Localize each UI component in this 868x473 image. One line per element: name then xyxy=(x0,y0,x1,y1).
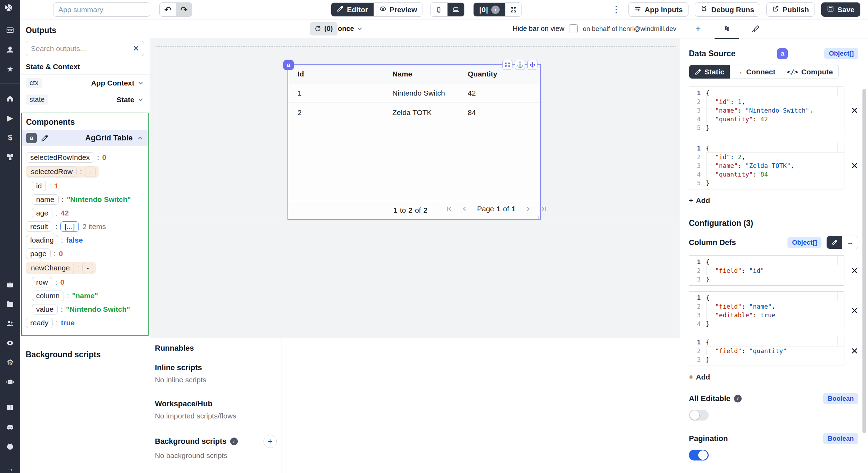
groups-users-icon[interactable] xyxy=(6,319,15,328)
json-editor[interactable]: 1{ 2"id": 2, 3"name": "Zelda TOTK", 4"qu… xyxy=(689,142,844,189)
column-header[interactable]: Id xyxy=(288,70,392,78)
save-button[interactable]: Save xyxy=(821,2,860,17)
background-scripts-empty: No background scripts xyxy=(155,451,277,460)
remove-item-button[interactable]: ✕ xyxy=(851,346,858,356)
column-header[interactable]: Name xyxy=(392,70,468,78)
collapse-arrow-icon[interactable]: → xyxy=(6,464,15,473)
widget-expand-button[interactable] xyxy=(502,60,512,70)
hide-bar-checkbox[interactable] xyxy=(569,24,578,33)
data-source-title: Data Source xyxy=(689,49,735,58)
clear-search-icon[interactable]: ✕ xyxy=(133,44,139,53)
all-editable-toggle[interactable] xyxy=(689,410,709,421)
json-editor[interactable]: 1{ 2"field": "name", 3"editable": true 4… xyxy=(689,291,844,330)
widget-id-badge: a xyxy=(283,60,294,70)
add-data-item-button[interactable]: +Add xyxy=(689,196,710,205)
widget-anchor-button[interactable]: ⚓ xyxy=(515,60,525,70)
component-header-agggrid[interactable]: a AgGrid Table xyxy=(22,130,148,146)
previous-page-button[interactable] xyxy=(460,205,468,213)
editor-tab[interactable]: Editor xyxy=(331,3,374,16)
state-row[interactable]: state State xyxy=(20,91,150,108)
tab-insert-component[interactable]: + xyxy=(684,19,712,39)
fullscreen-button[interactable] xyxy=(505,3,521,16)
widget-resize-handle[interactable] xyxy=(535,213,539,218)
external-link-icon xyxy=(772,5,779,14)
tab-component-settings[interactable] xyxy=(712,19,741,39)
column-defs-header: Column Defs Object[] → xyxy=(689,236,858,249)
workers-bot-icon[interactable] xyxy=(6,377,15,386)
folders-icon[interactable] xyxy=(6,300,15,309)
audit-eye-icon[interactable] xyxy=(6,339,15,348)
ctx-key-chip: ctx xyxy=(26,78,42,88)
publish-button[interactable]: Publish xyxy=(766,2,815,17)
static-tab[interactable]: Static xyxy=(689,65,730,79)
last-page-button[interactable] xyxy=(540,205,548,213)
connect-mode-button[interactable]: → xyxy=(842,236,858,249)
next-page-button[interactable] xyxy=(525,205,532,213)
variables-dollar-icon[interactable]: $ xyxy=(6,133,15,142)
refresh-button[interactable]: (0) xyxy=(310,22,337,35)
tab-theming[interactable] xyxy=(741,19,770,39)
inline-scripts-title: Inline scripts xyxy=(155,363,277,372)
first-page-button[interactable] xyxy=(445,205,453,213)
desktop-view-button[interactable] xyxy=(447,3,464,16)
refresh-mode-dropdown[interactable]: once xyxy=(338,25,363,33)
connect-tab[interactable]: →Connect xyxy=(730,65,781,79)
app-inputs-button[interactable]: App inputs xyxy=(628,2,689,17)
chevron-up-icon[interactable] xyxy=(137,134,144,141)
settings-gear-icon[interactable]: ⚙ xyxy=(6,358,15,367)
boolean-pill: Boolean xyxy=(823,433,858,444)
add-column-def-button[interactable]: +Add xyxy=(689,373,710,381)
windmill-logo[interactable] xyxy=(4,3,16,15)
output-row: page:0 xyxy=(26,248,145,259)
pagination-toggle[interactable] xyxy=(689,450,709,460)
scrollbar-thumb[interactable] xyxy=(862,89,866,433)
json-editor[interactable]: 1{ 2"field": "id" 3} xyxy=(689,255,844,286)
aggrid-table-widget[interactable]: a ⚓ Id Name Quantity 1 Nintendo Switch 4… xyxy=(287,64,541,220)
app-canvas[interactable]: a ⚓ Id Name Quantity 1 Nintendo Switch 4… xyxy=(150,38,680,338)
column-header[interactable]: Quantity xyxy=(468,70,540,78)
edit-json-button[interactable] xyxy=(827,236,842,249)
row-range-label: 1to2of2 xyxy=(393,206,427,214)
remove-item-button[interactable]: ✕ xyxy=(851,106,858,115)
discord-icon[interactable] xyxy=(6,423,15,432)
schedules-calendar-icon[interactable] xyxy=(6,280,15,289)
github-icon[interactable] xyxy=(6,442,15,451)
table-row[interactable]: 2 Zelda TOTK 84 xyxy=(288,103,540,122)
runs-play-icon[interactable]: ▶ xyxy=(6,114,15,123)
remove-item-button[interactable]: ✕ xyxy=(851,161,858,170)
ctx-row[interactable]: ctx App Context xyxy=(20,74,150,91)
more-menu-button[interactable]: ⋮ xyxy=(610,4,623,15)
compute-tab[interactable]: </>Compute xyxy=(781,65,838,79)
mobile-icon xyxy=(435,6,442,13)
home-icon[interactable] xyxy=(6,94,15,103)
debug-runs-button[interactable]: Debug Runs xyxy=(695,2,760,17)
canvas-toolbar: (0) once Hide bar on view on behalf of h… xyxy=(150,19,680,38)
docs-book-icon[interactable] xyxy=(6,403,15,412)
workspace-window-icon[interactable] xyxy=(6,26,15,35)
json-editor[interactable]: 1{ 2"id": 1, 3"name": "Nintendo Switch",… xyxy=(689,87,844,134)
resources-blocks-icon[interactable] xyxy=(6,153,15,162)
json-editor[interactable]: 1{ 2"field": "quantity" 3} xyxy=(689,336,844,366)
table-row[interactable]: 1 Nintendo Switch 42 xyxy=(288,83,540,103)
user-icon[interactable] xyxy=(6,45,15,54)
favorites-star-icon[interactable]: ★ xyxy=(6,65,15,74)
app-summary-input[interactable] xyxy=(53,2,150,17)
chevron-down-icon[interactable] xyxy=(137,80,144,87)
undo-button[interactable]: ↶ xyxy=(160,3,176,16)
redo-button[interactable]: ↷ xyxy=(176,3,192,16)
json-outputs-button[interactable]: |0| i xyxy=(474,3,505,16)
widget-move-button[interactable] xyxy=(527,60,537,70)
remove-item-button[interactable]: ✕ xyxy=(851,306,858,315)
components-title: Components xyxy=(26,117,148,127)
anchor-icon: ⚓ xyxy=(516,61,524,68)
preview-tab[interactable]: Preview xyxy=(374,3,423,16)
output-row: result:[...]2 items xyxy=(26,221,145,232)
remove-item-button[interactable]: ✕ xyxy=(851,266,858,275)
refresh-icon xyxy=(315,25,321,32)
add-background-script-button[interactable]: + xyxy=(264,435,277,448)
workspace-hub-title: Workspace/Hub xyxy=(155,399,277,408)
search-outputs-input[interactable] xyxy=(26,41,144,56)
pencil-icon[interactable] xyxy=(41,134,49,142)
mobile-view-button[interactable] xyxy=(431,3,447,16)
chevron-down-icon[interactable] xyxy=(137,96,144,103)
